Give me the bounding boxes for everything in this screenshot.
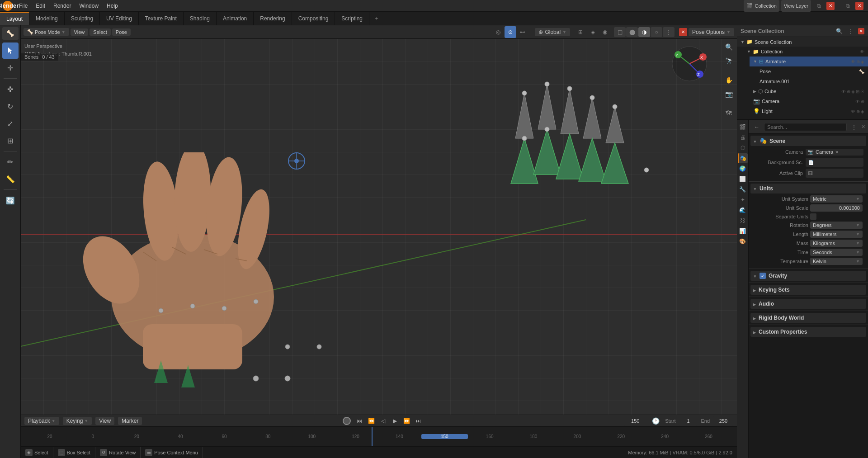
rotate-view-status[interactable]: ↺ Rotate View: [95, 447, 141, 458]
scene-selector[interactable]: 🎬 Collection: [744, 0, 779, 12]
pan-btn[interactable]: ✋: [722, 74, 735, 86]
cube-vis-3[interactable]: ◈: [851, 89, 855, 94]
mode-icon-btn[interactable]: 🦴: [2, 27, 19, 40]
rigid-body-world-header[interactable]: Rigid Body World: [750, 313, 866, 323]
armature-expand[interactable]: ▼: [753, 59, 757, 64]
camera-view-btn[interactable]: 📷: [722, 88, 735, 100]
add-workspace-btn[interactable]: ＋: [369, 12, 384, 25]
snap-btn[interactable]: ⊙: [505, 26, 516, 38]
copy-view-layer-btn[interactable]: ⧉: [842, 0, 854, 12]
pose-options-btn[interactable]: Pose Options ▼: [689, 28, 734, 36]
constraints-props-tab[interactable]: ⛓: [738, 216, 748, 226]
outliner-options-btn[interactable]: ⋮: [846, 27, 855, 36]
collection-vis-icon[interactable]: 👁: [860, 49, 864, 54]
separate-units-check[interactable]: [810, 213, 816, 220]
prop-options-btn[interactable]: ⋮: [849, 122, 859, 132]
copy-window-btn[interactable]: ⧉: [813, 0, 825, 12]
audio-section-header[interactable]: Audio: [750, 299, 866, 309]
play-btn[interactable]: ▶: [390, 416, 400, 426]
light-item[interactable]: 💡 Light 👁 ⊕ ◈: [750, 106, 868, 116]
scene-header[interactable]: 🎭 Scene: [750, 136, 866, 146]
physics-props-tab[interactable]: 🌊: [738, 205, 748, 215]
prev-keyframe-btn[interactable]: ⏪: [366, 416, 376, 426]
measure-tool[interactable]: 📏: [2, 171, 19, 187]
top-view-btn[interactable]: 🗺: [722, 107, 735, 119]
outliner-filter-btn[interactable]: 🔍: [835, 27, 844, 36]
timeline-view-menu[interactable]: View: [95, 417, 114, 425]
keying-sets-header[interactable]: Keying Sets: [750, 285, 866, 295]
pose-context-status[interactable]: ☰ Pose Context Menu: [141, 447, 203, 458]
end-frame-input[interactable]: 250: [713, 416, 733, 426]
solid-shading[interactable]: ⬤: [626, 27, 638, 37]
playback-menu[interactable]: Playback ▼: [24, 417, 59, 425]
menu-render[interactable]: Render: [50, 2, 75, 10]
tab-uv-editing[interactable]: UV Editing: [100, 12, 139, 25]
light-vis-1[interactable]: 👁: [851, 109, 855, 114]
pose-item[interactable]: Pose 🦴: [756, 66, 868, 76]
play-reverse-btn[interactable]: ◁: [378, 416, 388, 426]
close-window-btn[interactable]: ✕: [826, 2, 835, 10]
jump-end-btn[interactable]: ⏭: [413, 416, 423, 426]
marker-menu[interactable]: Marker: [118, 417, 142, 425]
select-menu-btn[interactable]: Select: [90, 28, 111, 36]
light-vis-2[interactable]: ⊕: [856, 109, 860, 114]
cube-vis-1[interactable]: 👁: [841, 89, 846, 94]
render-props-tab[interactable]: 🎬: [738, 122, 748, 132]
length-dropdown[interactable]: Millimeters ▼: [810, 231, 863, 238]
zoom-out-btn[interactable]: 🔭: [722, 55, 735, 67]
cube-vis-4[interactable]: ⊞: [856, 89, 859, 94]
unit-system-dropdown[interactable]: Metric ▼: [810, 195, 863, 203]
menu-file[interactable]: File: [15, 2, 31, 10]
armature-vis-2[interactable]: ⊕: [856, 59, 860, 64]
cube-item[interactable]: ▶ ⬡ Cube 👁 ⊕ ◈ ⊞ ☉: [750, 86, 868, 96]
prop-search-input[interactable]: [764, 123, 847, 131]
tab-sculpting[interactable]: Sculpting: [65, 12, 100, 25]
world-props-tab[interactable]: 🌍: [738, 164, 748, 174]
annotate-tool[interactable]: ✏: [2, 154, 19, 170]
cube-vis-2[interactable]: ⊕: [847, 89, 850, 94]
viewport-close-btn[interactable]: ✕: [679, 28, 687, 36]
gravity-checkbox[interactable]: ✓: [760, 273, 766, 279]
outliner-close-btn[interactable]: ✕: [858, 28, 864, 34]
view-menu-btn[interactable]: View: [71, 28, 89, 36]
menu-edit[interactable]: Edit: [32, 2, 49, 10]
tab-texture-paint[interactable]: Texture Paint: [139, 12, 184, 25]
tab-shading[interactable]: Shading: [184, 12, 217, 25]
modifier-props-tab[interactable]: 🔧: [738, 184, 748, 194]
keying-menu[interactable]: Keying ▼: [63, 417, 92, 425]
units-section-header[interactable]: Units: [750, 184, 866, 194]
camera-vis-1[interactable]: 👁: [855, 99, 860, 104]
tab-modeling[interactable]: Modeling: [29, 12, 65, 25]
gravity-check[interactable]: ✓: [760, 273, 766, 279]
camera-vis-2[interactable]: ⊕: [861, 99, 864, 104]
scene-props-tab[interactable]: 🎭: [738, 153, 748, 163]
material-props-tab[interactable]: 🎨: [738, 236, 748, 246]
shading-options[interactable]: ⋮: [663, 27, 675, 37]
rendered-shading[interactable]: ○: [651, 27, 662, 37]
pose-tool[interactable]: 🔄: [2, 192, 19, 208]
custom-props-header[interactable]: Custom Properties: [750, 327, 866, 337]
transform-tool[interactable]: ⊞: [2, 132, 19, 149]
separate-units-checkbox[interactable]: [810, 213, 863, 220]
armature-item[interactable]: ▼ ⊟ Armature 👁 ⊕ ◈: [750, 57, 868, 66]
view-layer-btn[interactable]: View Layer: [781, 0, 811, 12]
tab-compositing[interactable]: Compositing: [292, 12, 335, 25]
jump-start-btn[interactable]: ⏮: [354, 416, 364, 426]
view-layer-props-tab[interactable]: ⬡: [738, 143, 748, 153]
armature-vis-3[interactable]: ◈: [861, 59, 864, 64]
menu-help[interactable]: Help: [103, 2, 122, 10]
pose-mode-selector[interactable]: 🦴 Pose Mode ▼: [24, 28, 69, 36]
tab-animation[interactable]: Animation: [217, 12, 254, 25]
data-props-tab[interactable]: 📊: [738, 226, 748, 236]
cube-vis-5[interactable]: ☉: [860, 89, 864, 94]
cube-expand[interactable]: ▶: [753, 89, 756, 94]
move-tool[interactable]: ✜: [2, 81, 19, 97]
overlay-toggle[interactable]: ◈: [587, 26, 599, 38]
mass-dropdown[interactable]: Kilograms ▼: [810, 240, 863, 247]
collection-expand[interactable]: ▼: [747, 49, 751, 54]
output-props-tab[interactable]: 🖨: [738, 132, 748, 142]
light-vis-3[interactable]: ◈: [861, 109, 864, 114]
scale-tool[interactable]: ⤢: [2, 115, 19, 132]
particles-props-tab[interactable]: ✦: [738, 195, 748, 205]
next-keyframe-btn[interactable]: ⏩: [401, 416, 411, 426]
